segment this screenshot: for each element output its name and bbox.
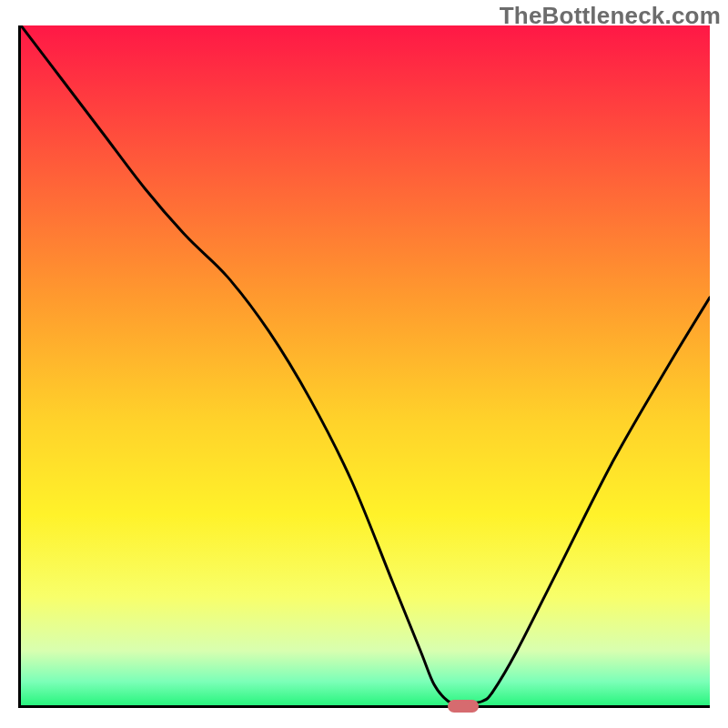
plot-area [18,25,710,708]
chart-frame: TheBottleneck.com [0,0,728,728]
watermark-text: TheBottleneck.com [500,2,721,30]
minimum-marker [448,700,479,713]
bottleneck-curve [21,25,710,705]
